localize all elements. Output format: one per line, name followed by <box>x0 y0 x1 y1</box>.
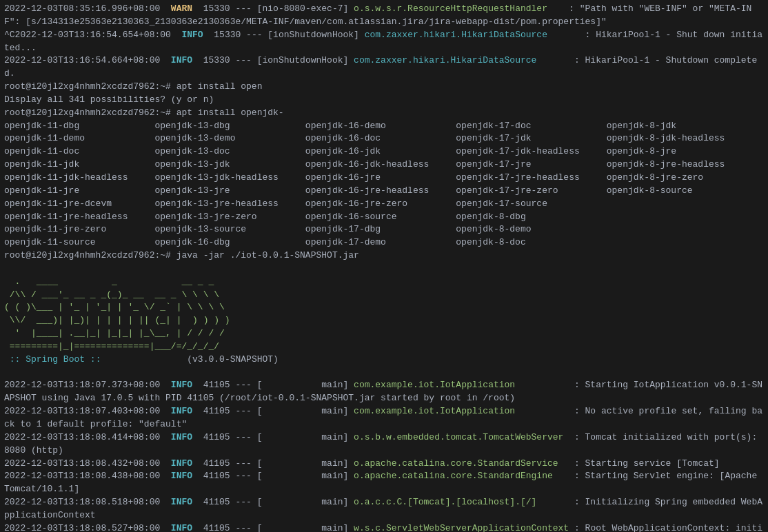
log-line-3: 2022-12-03T13:16:54.664+08:00 INFO 15330… <box>4 54 764 81</box>
log-line-5: Display all 341 possibilities? (y or n) <box>4 94 764 107</box>
log-line-13: 2022-12-03T13:18:08.518+08:00 INFO 41105… <box>4 496 764 522</box>
pkg-line-10: openjdk-11-source openjdk-16-dbg openjdk… <box>4 236 764 249</box>
log-line-14: 2022-12-03T13:18:08.527+08:00 INFO 41105… <box>4 522 764 532</box>
log-line-10: 2022-12-03T13:18:08.414+08:00 INFO 41105… <box>4 431 764 458</box>
spring-logo-3: ( ( )\___ | '_ | '_| | '_ \/ _` | \ \ \ … <box>4 301 764 314</box>
spring-logo-1: . ____ _ __ _ _ <box>4 276 764 289</box>
pkg-line-5: openjdk-11-jdk-headless openjdk-13-jdk-h… <box>4 172 764 185</box>
pkg-line-6: openjdk-11-jre openjdk-13-jre openjdk-16… <box>4 185 764 198</box>
spring-logo-2: /\\ / ___'_ __ _ _(_)_ __ __ _ \ \ \ \ <box>4 289 764 302</box>
pkg-line-2: openjdk-11-demo openjdk-13-demo openjdk-… <box>4 132 764 145</box>
pkg-line-1: openjdk-11-dbg openjdk-13-dbg openjdk-16… <box>4 120 764 133</box>
log-line-7: root@i20jl2xg4nhmh2xcdzd7962:~# java -ja… <box>4 249 764 263</box>
pkg-line-8: openjdk-11-jre-headless openjdk-13-jre-z… <box>4 211 764 224</box>
terminal-output: 2022-12-03T08:35:16.996+08:00 WARN 15330… <box>4 3 764 532</box>
pkg-line-3: openjdk-11-doc openjdk-13-doc openjdk-16… <box>4 145 764 158</box>
pkg-line-7: openjdk-11-jre-dcevm openjdk-13-jre-head… <box>4 198 764 211</box>
spring-boot-line: :: Spring Boot :: (v3.0.0-SNAPSHOT) <box>4 354 764 367</box>
log-line-1: 2022-12-03T08:35:16.996+08:00 WARN 15330… <box>4 3 764 29</box>
log-line-9: 2022-12-03T13:18:07.403+08:00 INFO 41105… <box>4 405 764 431</box>
log-line-2: ^C2022-12-03T13:16:54.654+08:00 INFO 153… <box>4 29 764 55</box>
spring-logo-4: \\/ ___)| |_)| | | | | || (_| | ) ) ) ) <box>4 314 764 327</box>
spring-logo-6: =========|_|==============|___/=/_/_/_/ <box>4 340 764 354</box>
log-line-11: 2022-12-03T13:18:08.432+08:00 INFO 41105… <box>4 458 764 471</box>
blank-line <box>4 367 764 380</box>
log-line-6: root@i20jl2xg4nhmh2xcdzd7962:~# apt inst… <box>4 107 764 120</box>
pkg-line-9: openjdk-11-jre-zero openjdk-13-source op… <box>4 223 764 236</box>
spring-logo-line <box>4 263 764 276</box>
log-line-4: root@i20jl2xg4nhmh2xcdzd7962:~# apt inst… <box>4 81 764 94</box>
log-line-12: 2022-12-03T13:18:08.438+08:00 INFO 41105… <box>4 470 764 496</box>
pkg-line-4: openjdk-11-jdk openjdk-13-jdk openjdk-16… <box>4 158 764 172</box>
log-line-8: 2022-12-03T13:18:07.373+08:00 INFO 41105… <box>4 379 764 405</box>
spring-logo-5: ' |____| .__|_| |_|_| |_\__, | / / / / <box>4 327 764 340</box>
